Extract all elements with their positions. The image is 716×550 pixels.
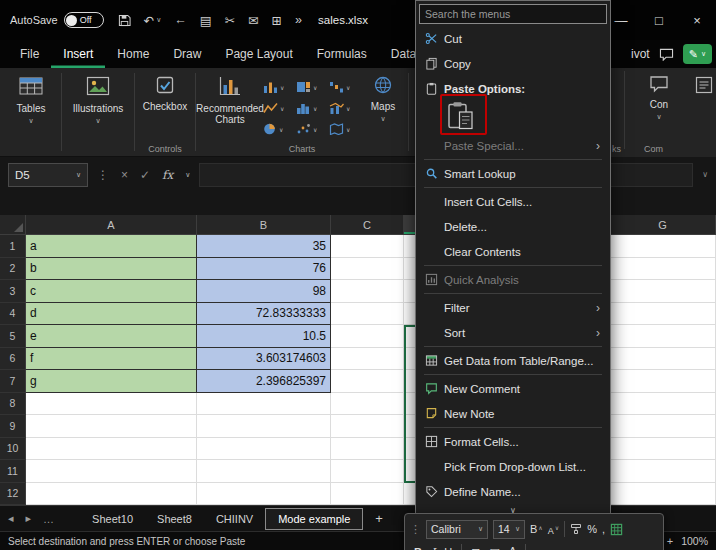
name-box[interactable]: D5 ∨ <box>8 163 88 187</box>
row-header-4[interactable]: 4 <box>0 303 26 326</box>
cell-c10[interactable] <box>331 438 404 461</box>
cell-a3[interactable]: c <box>26 280 197 303</box>
cell-g6[interactable] <box>610 348 716 371</box>
map-chart-button[interactable]: ∨ <box>329 120 359 139</box>
save-icon[interactable] <box>118 14 131 27</box>
menu-item-copy[interactable]: Copy <box>418 51 608 76</box>
checkbox-button[interactable]: Checkbox <box>138 72 192 112</box>
menu-item-delete[interactable]: Delete... <box>418 214 608 239</box>
expand-formula-bar-icon[interactable]: ∨ <box>702 170 708 179</box>
fill-color-button[interactable]: ▤ <box>489 546 499 550</box>
cancel-icon[interactable]: × <box>121 168 128 182</box>
column-header-g[interactable]: G <box>610 215 716 235</box>
bold-button[interactable]: B <box>414 546 422 550</box>
cell-b5[interactable]: 10.5 <box>197 325 331 348</box>
hierarchy-chart-button[interactable]: ∨ <box>296 78 326 97</box>
toolbar-handle-icon[interactable]: ⋮ <box>410 523 421 536</box>
cell-a6[interactable]: f <box>26 348 197 371</box>
menu-item-define-name[interactable]: Define Name... <box>418 479 608 504</box>
sheet-tab-mode-example[interactable]: Mode example <box>265 508 363 530</box>
illustrations-button[interactable]: Illustrations ∨ <box>65 72 131 125</box>
menu-item-cut[interactable]: Cut <box>418 26 608 51</box>
cell-c2[interactable] <box>331 258 404 281</box>
cell-a2[interactable]: b <box>26 258 197 281</box>
sheet-tab-chiinv[interactable]: CHIINV <box>204 509 265 529</box>
column-chart-button[interactable]: ∨ <box>263 78 293 97</box>
row-header-3[interactable]: 3 <box>0 280 26 303</box>
menu-item-format-cells[interactable]: Format Cells... <box>418 429 608 454</box>
cell-b11[interactable] <box>197 460 331 483</box>
cell-c4[interactable] <box>331 303 404 326</box>
cell-c12[interactable] <box>331 483 404 506</box>
cell-c8[interactable] <box>331 393 404 416</box>
column-header-b[interactable]: B <box>197 215 331 235</box>
menu-item-sort[interactable]: Sort› <box>418 320 608 345</box>
recommended-charts-button[interactable]: Recommended Charts <box>199 72 261 126</box>
format-painter-icon[interactable] <box>570 523 582 535</box>
cell-g8[interactable] <box>610 393 716 416</box>
cell-b2[interactable]: 76 <box>197 258 331 281</box>
cell-g12[interactable] <box>610 483 716 506</box>
row-header-2[interactable]: 2 <box>0 258 26 281</box>
row-header-8[interactable]: 8 <box>0 393 26 416</box>
row-header-9[interactable]: 9 <box>0 415 26 438</box>
row-header-10[interactable]: 10 <box>0 438 26 461</box>
cell-g3[interactable] <box>610 280 716 303</box>
mail-icon[interactable]: ✉ <box>248 13 258 28</box>
menu-item-new-note[interactable]: New Note <box>418 401 608 426</box>
cell-c3[interactable] <box>331 280 404 303</box>
row-header-6[interactable]: 6 <box>0 348 26 371</box>
sheet-list-ellipsis-icon[interactable]: … <box>43 513 54 525</box>
close-button[interactable]: × <box>678 0 716 40</box>
cell-b10[interactable] <box>197 438 331 461</box>
menu-item-smart-lookup[interactable]: Smart Lookup <box>418 161 608 186</box>
cell-b4[interactable]: 72.83333333 <box>197 303 331 326</box>
line-chart-button[interactable]: ∨ <box>263 99 293 118</box>
cell-g4[interactable] <box>610 303 716 326</box>
tab-page-layout[interactable]: Page Layout <box>213 40 304 68</box>
percent-style-button[interactable]: % <box>587 523 597 535</box>
tab-draw[interactable]: Draw <box>161 40 213 68</box>
borders-button[interactable]: ⊞ <box>471 546 480 550</box>
enter-icon[interactable]: ✓ <box>140 168 150 182</box>
sheet-tab-sheet8[interactable]: Sheet8 <box>145 509 204 529</box>
cell-a8[interactable] <box>26 393 197 416</box>
decrease-font-button[interactable]: A∨ <box>548 523 559 536</box>
sheet-nav-left-icon[interactable]: ◂ <box>8 512 14 525</box>
row-header-5[interactable]: 5 <box>0 325 26 348</box>
column-header-a[interactable]: A <box>26 215 197 235</box>
cell-a1[interactable]: a <box>26 235 197 258</box>
cell-a9[interactable] <box>26 415 197 438</box>
zoom-level[interactable]: 100% <box>681 535 708 547</box>
cell-a5[interactable]: e <box>26 325 197 348</box>
redo-icon[interactable]: ← <box>174 13 187 27</box>
comma-style-button[interactable]: , <box>602 523 605 535</box>
menu-item-clear-contents[interactable]: Clear Contents <box>418 239 608 264</box>
sheet-tab-sheet10[interactable]: Sheet10 <box>80 509 145 529</box>
font-color-button[interactable]: A <box>509 545 516 550</box>
cell-g2[interactable] <box>610 258 716 281</box>
tab-home[interactable]: Home <box>105 40 161 68</box>
cell-g11[interactable] <box>610 460 716 483</box>
menu-item-new-comment[interactable]: New Comment <box>418 376 608 401</box>
select-all-button[interactable] <box>0 215 26 235</box>
cell-b9[interactable] <box>197 415 331 438</box>
menu-item-get-data-from-table-range[interactable]: Get Data from Table/Range... <box>418 348 608 373</box>
cell-a4[interactable]: d <box>26 303 197 326</box>
cell-c11[interactable] <box>331 460 404 483</box>
cell-g10[interactable] <box>610 438 716 461</box>
cell-a12[interactable] <box>26 483 197 506</box>
partial-ribbon-button[interactable] <box>695 76 713 98</box>
undo-icon[interactable]: ↶∨ <box>144 13 162 28</box>
row-header-7[interactable]: 7 <box>0 370 26 393</box>
cell-b12[interactable] <box>197 483 331 506</box>
row-header-11[interactable]: 11 <box>0 460 26 483</box>
sheet-nav-right-icon[interactable]: ▸ <box>26 512 32 525</box>
font-size-select[interactable]: 14∨ <box>493 520 525 539</box>
column-header-c[interactable]: C <box>331 215 404 235</box>
editing-button[interactable]: ✎∨ <box>683 44 712 64</box>
cell-b7[interactable]: 2.396825397 <box>197 370 331 393</box>
row-header-12[interactable]: 12 <box>0 483 26 506</box>
cell-a10[interactable] <box>26 438 197 461</box>
cell-c9[interactable] <box>331 415 404 438</box>
